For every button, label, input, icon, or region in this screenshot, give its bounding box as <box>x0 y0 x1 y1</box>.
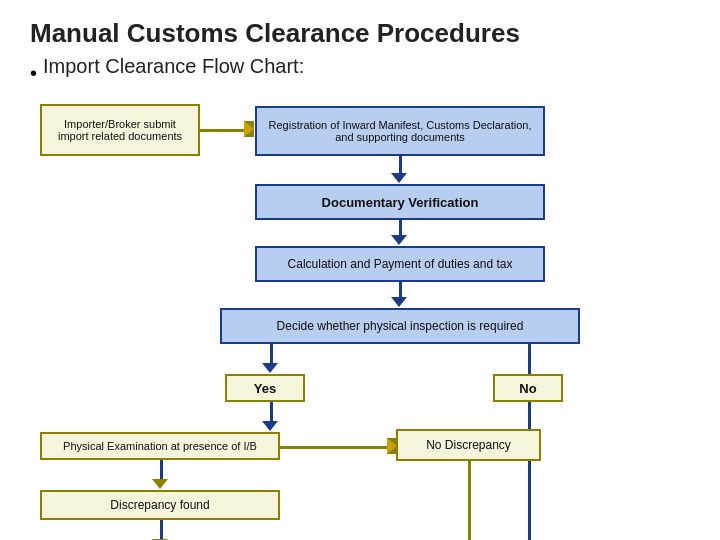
line-decide-yes <box>270 344 273 364</box>
arrowhead-physical-disc <box>152 479 168 489</box>
line-yes-physical <box>270 402 273 422</box>
registration-box: Registration of Inward Manifest, Customs… <box>255 106 545 156</box>
yes-box: Yes <box>225 374 305 402</box>
subtitle: Import Clearance Flow Chart: <box>43 55 304 78</box>
arrowhead-doc-calc <box>391 235 407 245</box>
line-disc-detained <box>160 520 163 540</box>
line-no-release <box>528 482 531 540</box>
decide-box: Decide whether physical inspection is re… <box>220 308 580 344</box>
page: Manual Customs Clearance Procedures • Im… <box>0 0 720 540</box>
no-discrepancy-box: No Discrepancy <box>396 429 541 461</box>
physical-box: Physical Examination at presence of I/B <box>40 432 280 460</box>
arrowhead-calc-decide <box>391 297 407 307</box>
line-physical-nodiscrepancy <box>280 446 388 449</box>
calculation-box: Calculation and Payment of duties and ta… <box>255 246 545 282</box>
arrowhead-reg-doc <box>391 173 407 183</box>
line-nodiscrepancy-release <box>468 461 471 540</box>
discrepancy-box: Discrepancy found <box>40 490 280 520</box>
arrowhead-decide-yes <box>262 363 278 373</box>
line-physical-disc <box>160 460 163 480</box>
line-reg-doc <box>399 156 402 174</box>
line-decide-no <box>528 344 531 482</box>
documentary-box: Documentary Verification <box>255 184 545 220</box>
importer-box: Importer/Broker submit import related do… <box>40 104 200 156</box>
line-doc-calc <box>399 220 402 236</box>
arrowhead-importer-reg <box>244 121 254 137</box>
flowchart: Importer/Broker submit import related do… <box>30 104 690 484</box>
page-title: Manual Customs Clearance Procedures <box>30 18 690 49</box>
line-calc-decide <box>399 282 402 298</box>
no-box: No <box>493 374 563 402</box>
arrow-importer-reg <box>200 129 245 132</box>
arrowhead-yes-physical <box>262 421 278 431</box>
bullet: • <box>30 62 37 85</box>
